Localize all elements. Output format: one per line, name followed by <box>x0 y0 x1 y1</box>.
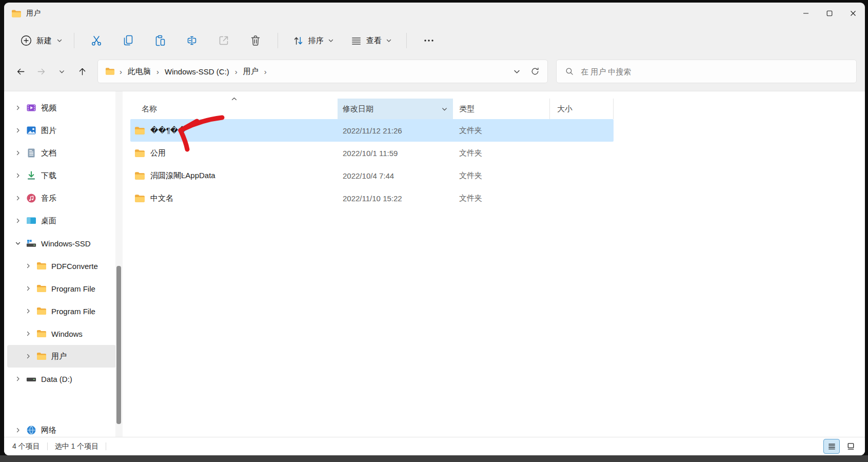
sidebar-item-music[interactable]: 音乐 <box>7 187 116 209</box>
toolbar-divider <box>278 33 278 48</box>
view-button[interactable]: 查看 <box>345 31 397 51</box>
chevron-right-icon[interactable] <box>14 218 22 224</box>
recent-locations-button[interactable] <box>51 61 72 82</box>
file-row[interactable]: 中文名2022/11/10 15:22文件夹 <box>130 187 614 209</box>
details-view-button[interactable] <box>823 439 840 454</box>
file-name: ��¶�� <box>150 126 186 135</box>
breadcrumb-separator: › <box>152 67 164 76</box>
chevron-down-icon[interactable] <box>14 240 22 246</box>
breadcrumb-item[interactable]: 此电脑 <box>127 65 152 79</box>
sidebar-item-network[interactable]: 网络 <box>7 419 116 437</box>
cut-button[interactable] <box>86 30 107 51</box>
copy-button[interactable] <box>117 30 139 51</box>
file-name-cell: 中文名 <box>130 194 338 203</box>
music-icon <box>26 193 37 203</box>
large-icons-view-button[interactable] <box>842 439 859 454</box>
chevron-right-icon[interactable] <box>14 172 22 179</box>
file-row[interactable]: ��¶��2022/11/12 21:26文件夹 <box>130 119 614 142</box>
download-icon <box>26 170 37 181</box>
breadcrumb-item[interactable]: 用户 <box>242 65 260 79</box>
breadcrumb-item[interactable]: Windows-SSD (C:) <box>164 65 230 78</box>
sidebar-item-pdfconverter[interactable]: PDFConverte <box>7 255 116 277</box>
sidebar: 视频图片文档下载音乐桌面Windows-SSDPDFConverteProgra… <box>4 91 123 437</box>
toolbar-divider <box>74 33 74 48</box>
column-header-date-label: 修改日期 <box>343 104 373 114</box>
chevron-right-icon[interactable] <box>25 308 32 314</box>
column-header-name-label: 名称 <box>142 104 157 114</box>
sidebar-item-label: Data (D:) <box>41 375 72 383</box>
chevron-right-icon[interactable] <box>25 263 32 269</box>
sidebar-scrollbar[interactable] <box>115 91 123 437</box>
chevron-right-icon[interactable] <box>14 376 22 382</box>
back-arrow-icon <box>16 67 26 76</box>
file-row[interactable]: 公用2022/10/1 11:59文件夹 <box>130 142 614 164</box>
status-bar: 4 个项目 选中 1 个项目 <box>4 437 865 455</box>
refresh-button[interactable] <box>526 62 544 81</box>
chevron-right-icon[interactable] <box>25 353 32 359</box>
chevron-right-icon[interactable] <box>14 127 22 133</box>
sort-button[interactable]: 排序 <box>287 31 339 51</box>
sidebar-item-program-files-2[interactable]: Program File <box>7 300 116 322</box>
search-box[interactable] <box>556 60 857 83</box>
search-input[interactable] <box>581 67 850 76</box>
sidebar-tree: 视频图片文档下载音乐桌面Windows-SSDPDFConverteProgra… <box>4 91 123 437</box>
sidebar-item-data-d[interactable]: Data (D:) <box>7 368 116 390</box>
column-header-size-label: 大小 <box>557 104 573 114</box>
sidebar-item-program-files[interactable]: Program File <box>7 277 116 300</box>
chevron-right-icon[interactable] <box>25 285 32 292</box>
sidebar-item-users[interactable]: 用户 <box>7 345 116 368</box>
drive-os-icon <box>26 238 37 248</box>
paste-button[interactable] <box>149 30 171 51</box>
up-button[interactable] <box>72 61 92 82</box>
chevron-right-icon[interactable] <box>14 427 22 433</box>
sidebar-item-downloads[interactable]: 下载 <box>7 164 116 187</box>
breadcrumb-separator: › <box>230 67 242 76</box>
sort-icon <box>292 35 304 47</box>
folder-icon <box>134 126 145 135</box>
minimize-button[interactable] <box>794 3 818 24</box>
folder-icon <box>105 67 115 75</box>
chevron-right-icon[interactable] <box>14 105 22 111</box>
new-button[interactable]: 新建 <box>15 31 68 50</box>
column-header-name[interactable]: 名称 <box>130 99 338 119</box>
column-header-date[interactable]: 修改日期 <box>338 99 453 119</box>
file-type: 文件夹 <box>453 148 549 158</box>
forward-button[interactable] <box>31 61 51 82</box>
window-controls <box>794 3 865 24</box>
sidebar-item-desktop[interactable]: 桌面 <box>7 209 116 232</box>
file-name-cell: ��¶�� <box>130 126 338 135</box>
address-dropdown-button[interactable] <box>507 62 526 81</box>
chevron-down-icon <box>441 106 448 112</box>
more-options-button[interactable] <box>418 30 440 51</box>
sidebar-item-label: 音乐 <box>41 194 56 203</box>
delete-button[interactable] <box>245 30 266 51</box>
breadcrumb-separator: › <box>115 67 127 76</box>
file-name: 公用 <box>150 148 166 158</box>
refresh-icon <box>530 67 540 76</box>
document-icon <box>26 148 37 158</box>
share-button[interactable] <box>213 30 234 51</box>
sidebar-item-pictures[interactable]: 图片 <box>7 119 116 142</box>
rename-button[interactable] <box>181 30 203 51</box>
sidebar-item-label: PDFConverte <box>51 262 98 271</box>
sidebar-item-videos[interactable]: 视频 <box>7 97 116 119</box>
sidebar-item-documents[interactable]: 文档 <box>7 142 116 164</box>
picture-icon <box>26 125 37 136</box>
plus-circle-icon <box>21 35 32 46</box>
column-header-type[interactable]: 类型 <box>453 99 549 119</box>
scrollbar-thumb[interactable] <box>116 266 121 424</box>
sidebar-item-windows[interactable]: Windows <box>7 322 116 345</box>
maximize-button[interactable] <box>818 3 841 24</box>
file-row[interactable]: 涓囬湶闀ĿAppData2022/10/4 7:44文件夹 <box>130 164 614 187</box>
chevron-right-icon[interactable] <box>25 331 32 337</box>
chevron-right-icon[interactable] <box>14 195 22 201</box>
file-list: ��¶��2022/11/12 21:26文件夹公用2022/10/1 11:5… <box>130 119 865 209</box>
folder-icon <box>36 283 47 294</box>
sidebar-item-windows-ssd[interactable]: Windows-SSD <box>7 232 116 255</box>
column-header-size[interactable]: 大小 <box>549 99 614 119</box>
chevron-right-icon[interactable] <box>14 150 22 156</box>
close-button[interactable] <box>841 3 865 24</box>
back-button[interactable] <box>10 61 31 82</box>
large-icons-view-icon <box>846 441 856 451</box>
address-bar[interactable]: ›此电脑›Windows-SSD (C:)›用户› <box>97 60 548 83</box>
